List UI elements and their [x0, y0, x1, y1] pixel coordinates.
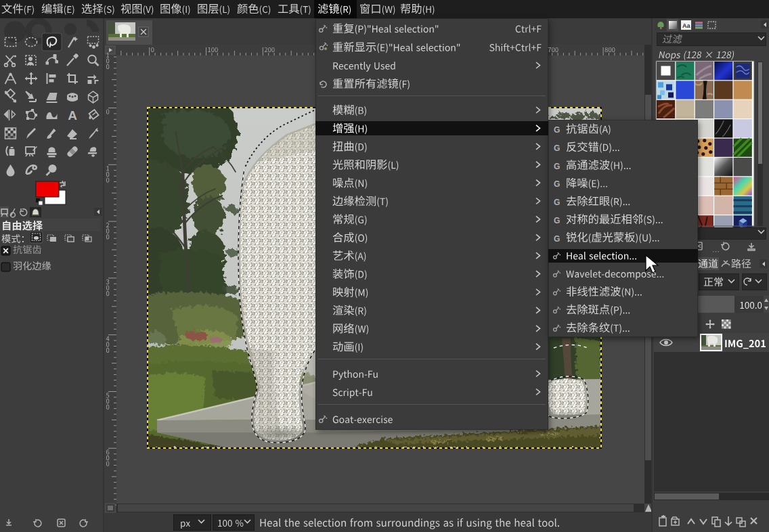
svg-text:A: A — [68, 108, 77, 123]
svg-text:Aa: Aa — [682, 22, 690, 29]
